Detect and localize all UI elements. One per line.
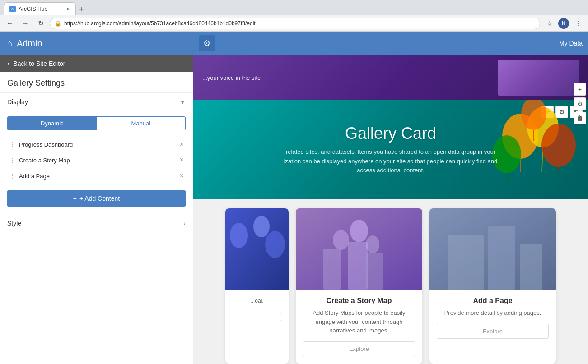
card-image [225,208,289,290]
story-map-card-image [296,208,422,290]
main-layout: ⌂ Admin ‹ Back to Site Editor Gallery Se… [0,32,588,364]
right-add-button[interactable]: + [574,83,586,96]
right-delete-button[interactable]: 🗑 [574,112,586,124]
svg-point-4 [541,124,576,167]
reload-button[interactable]: ↻ [34,17,47,30]
svg-line-5 [558,167,559,172]
item-label: Create a Story Map [19,157,176,164]
cards-area: ...oal. [193,199,588,364]
svg-point-13 [265,231,285,258]
display-section-arrow: ▼ [179,98,186,106]
card-image-svg [225,208,289,290]
sidebar-header: ⌂ Admin [0,32,193,55]
add-content-button[interactable]: + + Add Content [7,190,186,207]
manual-toggle[interactable]: Manual [97,117,186,130]
display-section-title: Display [7,98,28,106]
drag-handle-icon[interactable]: ⋮ [9,157,15,164]
add-page-card-image [429,208,556,290]
add-icon: + [73,195,77,202]
tab-favicon: A [9,6,16,12]
list-item: ⋮ Add a Page × [7,168,186,184]
list-item: ⋮ Create a Story Map × [7,152,186,168]
add-page-image-svg [429,208,556,290]
active-tab[interactable]: A ArcGIS Hub × [4,2,76,15]
drag-handle-icon[interactable]: ⋮ [9,141,15,148]
add-page-card-body: Add a Page Provide more detail by adding… [429,290,556,346]
lock-icon: 🔒 [55,20,61,27]
svg-rect-18 [323,249,341,290]
dynamic-toggle[interactable]: Dynamic [8,117,97,130]
right-edge-controls: + ⚙ 🗑 [572,81,588,126]
story-map-image-svg [296,208,422,290]
remove-item-button[interactable]: × [180,140,184,148]
display-section-header[interactable]: Display ▼ [0,93,193,111]
home-icon: ⌂ [7,39,12,48]
card-partial-desc: ...oal. [233,297,281,305]
hero-image [498,60,579,96]
tab-title: ArcGIS Hub [19,6,47,12]
story-map-card-desc: Add Story Maps for people to easily enga… [303,309,415,335]
svg-point-15 [333,230,349,250]
gallery-section: ✛ ⚙ 🗑 [193,100,588,199]
admin-title: Admin [17,38,42,49]
style-section[interactable]: Style › [0,214,193,232]
list-item: ⋮ Progress Dashboard × [7,137,186,152]
svg-rect-19 [348,242,368,290]
display-section-content: Dynamic Manual ⋮ Progress Dashboard × ⋮ … [0,111,193,214]
content-area: ⚙ My Data ...your voice in the site ✛ ⚙ … [193,32,588,364]
add-page-card: Add a Page Provide more detail by adding… [429,208,556,364]
card-partial-explore-button[interactable] [233,313,281,321]
menu-button[interactable]: ⋮ [572,17,584,30]
svg-rect-26 [429,208,556,290]
browser-nav: ← → ↻ 🔒 https://hub.arcgis.com/admin/lay… [0,15,588,32]
item-label: Progress Dashboard [19,141,176,148]
settings-gear-button[interactable]: ⚙ [199,35,215,51]
story-map-card: Create a Story Map Add Story Maps for pe… [296,208,422,364]
back-button[interactable]: ← [4,17,16,30]
story-map-explore-button[interactable]: Explore [303,341,415,356]
address-bar[interactable]: 🔒 https://hub.arcgis.com/admin/layout/5b… [50,18,540,29]
hero-section: ...your voice in the site [193,55,588,100]
add-page-explore-button[interactable]: Explore [437,324,549,339]
remove-item-button[interactable]: × [180,156,184,164]
drag-handle-icon[interactable]: ⋮ [9,172,15,180]
story-map-card-body: Create a Story Map Add Story Maps for pe… [296,290,422,364]
back-arrow-icon: ‹ [7,60,9,68]
card-partial-body: ...oal. [225,290,289,328]
story-map-card-title: Create a Story Map [303,297,415,305]
svg-line-7 [507,173,508,181]
back-label: Back to Site Editor [13,60,65,67]
gear-icon: ⚙ [203,38,210,48]
nav-right-controls: ☆ K ⋮ [543,17,584,30]
url-text: https://hub.arcgis.com/admin/layout/5b73… [64,20,256,27]
display-section: Display ▼ Dynamic Manual ⋮ Progress Dash… [0,93,193,214]
gallery-card-title: Gallery Card [345,124,436,143]
add-content-label: + Add Content [79,195,120,202]
svg-point-16 [350,220,368,242]
add-page-card-title: Add a Page [437,297,549,305]
browser-tabs: A ArcGIS Hub × + [4,0,87,15]
svg-point-12 [253,216,270,237]
gallery-settings-title: Gallery Settings [0,72,193,93]
style-section-title: Style [7,220,21,227]
add-page-card-desc: Provide more detail by adding pages. [437,309,549,318]
browser-chrome: A ArcGIS Hub × + [0,0,588,15]
bookmark-button[interactable]: ☆ [543,17,555,30]
hero-image-placeholder [498,60,579,96]
card-partial-left: ...oal. [225,208,289,364]
forward-button[interactable]: → [19,17,32,30]
my-data-button[interactable]: My Data [559,40,583,47]
new-tab-button[interactable]: + [76,4,87,15]
svg-rect-20 [366,253,383,290]
remove-item-button[interactable]: × [180,172,184,180]
display-toggle-group: Dynamic Manual [7,116,186,130]
right-settings-button[interactable]: ⚙ [574,97,586,110]
topbar-area: ⚙ My Data [193,32,588,55]
tab-close-button[interactable]: × [66,5,70,13]
back-to-site-editor[interactable]: ‹ Back to Site Editor [0,55,193,72]
profile-button[interactable]: K [557,17,570,30]
item-label: Add a Page [19,173,176,180]
style-section-arrow: › [183,220,186,227]
svg-point-11 [230,223,248,248]
sidebar: ⌂ Admin ‹ Back to Site Editor Gallery Se… [0,32,193,364]
